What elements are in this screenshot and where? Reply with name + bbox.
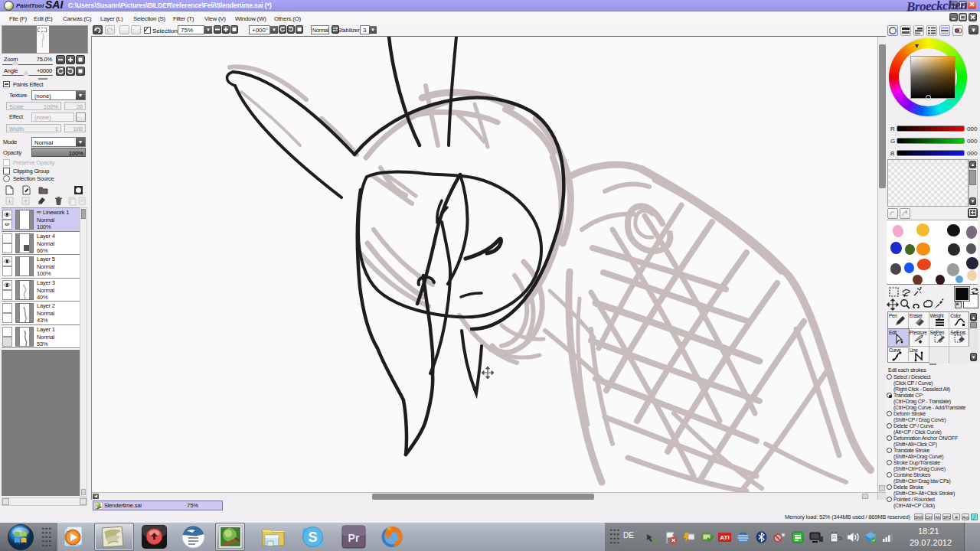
svg-text:ATI: ATI bbox=[720, 534, 729, 541]
svg-text:S: S bbox=[308, 530, 317, 545]
svg-text:Pr: Pr bbox=[348, 532, 360, 544]
